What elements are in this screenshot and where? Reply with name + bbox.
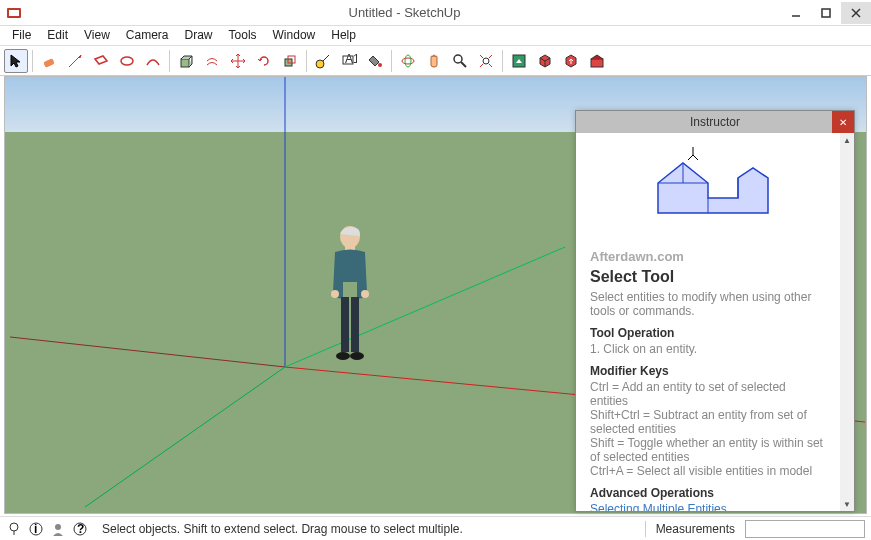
menubar: File Edit View Camera Draw Tools Window … [0,26,871,46]
menu-draw[interactable]: Draw [177,26,221,45]
instructor-illustration [628,143,788,243]
tool-operation-heading: Tool Operation [590,326,826,340]
svg-point-20 [483,58,489,64]
user-icon[interactable] [50,521,66,537]
svg-point-33 [350,352,364,360]
svg-point-32 [336,352,350,360]
zoom-extents-tool-icon[interactable] [474,49,498,73]
text-tool-icon[interactable]: A1 [337,49,361,73]
svg-point-39 [55,524,61,530]
svg-text:?: ? [77,522,84,536]
svg-point-34 [331,290,339,298]
svg-point-15 [378,63,382,67]
tool-operation-step: 1. Click on an entity. [590,342,826,356]
svg-line-24 [10,337,285,367]
status-bar: i ? Select objects. Shift to extend sele… [0,516,871,540]
menu-camera[interactable]: Camera [118,26,177,45]
line-tool-icon[interactable] [63,49,87,73]
svg-point-11 [316,60,324,68]
svg-text:A1: A1 [345,53,357,66]
svg-rect-6 [43,58,55,68]
maximize-button[interactable] [811,2,841,24]
menu-window[interactable]: Window [265,26,324,45]
svg-rect-3 [822,9,830,17]
svg-rect-30 [341,297,349,352]
instructor-close-button[interactable]: ✕ [832,111,854,133]
geo-icon[interactable] [6,521,22,537]
rotate-tool-icon[interactable] [252,49,276,73]
pan-tool-icon[interactable] [422,49,446,73]
toolbar-separator [502,50,503,72]
measurements-input[interactable] [745,520,865,538]
close-button[interactable] [841,2,871,24]
advanced-operations-link[interactable]: Selecting Multiple Entities [590,502,826,511]
scale-figure [315,222,385,372]
measurements-label: Measurements [652,522,739,536]
share-model-icon[interactable] [559,49,583,73]
svg-point-18 [454,55,462,63]
instructor-title[interactable]: Instructor [576,111,854,133]
app-icon [6,5,22,21]
scroll-down-icon[interactable]: ▼ [840,497,854,511]
move-tool-icon[interactable] [226,49,250,73]
svg-rect-8 [181,59,189,67]
component-icon[interactable] [533,49,557,73]
modifier-keys-heading: Modifier Keys [590,364,826,378]
select-tool-icon[interactable] [4,49,28,73]
svg-point-35 [361,290,369,298]
menu-help[interactable]: Help [323,26,364,45]
svg-point-17 [405,55,411,67]
rectangle-tool-icon[interactable] [89,49,113,73]
menu-tools[interactable]: Tools [221,26,265,45]
tool-name-heading: Select Tool [590,268,826,286]
svg-rect-1 [9,10,19,16]
instructor-body: Afterdawn.com Select Tool Select entitie… [576,133,840,511]
titlebar: Untitled - SketchUp [0,0,871,26]
extension-warehouse-icon[interactable] [585,49,609,73]
svg-point-7 [121,57,133,65]
eraser-tool-icon[interactable] [37,49,61,73]
svg-line-19 [461,62,466,67]
toolbar-separator [32,50,33,72]
modifier-key-line: Shift+Ctrl = Subtract an entity from set… [590,408,826,436]
svg-point-36 [10,523,18,531]
menu-edit[interactable]: Edit [39,26,76,45]
help-icon[interactable]: ? [72,521,88,537]
scale-tool-icon[interactable] [278,49,302,73]
toolbar: A1 [0,46,871,76]
modifier-key-line: Ctrl+A = Select all visible entities in … [590,464,826,478]
tape-measure-tool-icon[interactable] [311,49,335,73]
svg-point-16 [402,58,414,64]
orbit-tool-icon[interactable] [396,49,420,73]
zoom-tool-icon[interactable] [448,49,472,73]
advanced-operations-heading: Advanced Operations [590,486,826,500]
info-icon[interactable]: i [28,521,44,537]
status-hint-text: Select objects. Shift to extend select. … [102,522,639,536]
svg-line-26 [85,367,285,507]
minimize-button[interactable] [781,2,811,24]
toolbar-separator [391,50,392,72]
svg-rect-29 [345,246,355,250]
svg-rect-22 [591,59,603,67]
arc-tool-icon[interactable] [141,49,165,73]
get-models-icon[interactable] [507,49,531,73]
svg-text:i: i [34,522,37,536]
toolbar-separator [169,50,170,72]
svg-line-12 [323,55,329,61]
pushpull-tool-icon[interactable] [174,49,198,73]
circle-tool-icon[interactable] [115,49,139,73]
menu-file[interactable]: File [4,26,39,45]
status-separator [645,521,646,537]
instructor-scrollbar[interactable]: ▲ ▼ [840,133,854,511]
modifier-key-line: Ctrl = Add an entity to set of selected … [590,380,826,408]
offset-tool-icon[interactable] [200,49,224,73]
svg-rect-31 [351,297,359,352]
tool-description: Select entities to modify when using oth… [590,290,826,318]
window-title: Untitled - SketchUp [28,5,781,20]
toolbar-separator [306,50,307,72]
paint-bucket-tool-icon[interactable] [363,49,387,73]
watermark-text: Afterdawn.com [590,249,826,264]
scroll-up-icon[interactable]: ▲ [840,133,854,147]
menu-view[interactable]: View [76,26,118,45]
modifier-key-line: Shift = Toggle whether an entity is with… [590,436,826,464]
